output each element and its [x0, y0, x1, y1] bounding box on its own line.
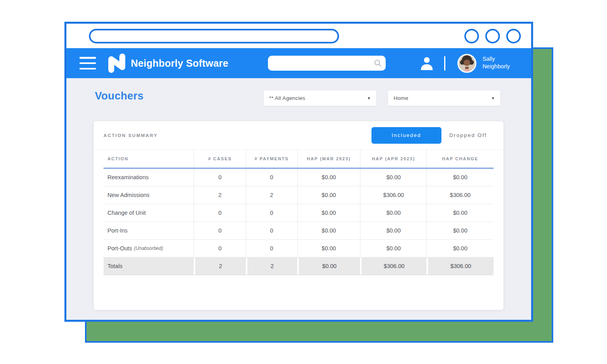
app-header: Neighborly Software [66, 48, 531, 78]
value-cell: $0.00 [360, 222, 426, 239]
user-icon[interactable] [419, 56, 434, 71]
value-cell: 2 [246, 186, 297, 204]
card-header: ACTION SUMMARY Inclueded Dropped Off [94, 121, 503, 150]
value-cell: 0 [194, 240, 246, 257]
tab-dropped-off[interactable]: Dropped Off [449, 132, 487, 138]
window-button-icon[interactable] [464, 29, 479, 43]
table-row: Change of Unit 0 0 $0.00 $0.00 $0.00 [104, 204, 494, 222]
col-hap-mar: HAP (MAR 2023) [297, 150, 360, 168]
header-search[interactable] [268, 56, 386, 71]
window-button-icon[interactable] [485, 29, 500, 43]
browser-window: Neighborly Software [64, 22, 533, 322]
brand-name: Neighborly Software [131, 58, 228, 69]
value-cell: $306.00 [426, 186, 494, 204]
value-cell: $0.00 [426, 222, 494, 239]
page-content: Vouchers ** All Agencies ▼ Home ▼ ACTION… [66, 78, 531, 320]
totals-cell: 2 [194, 257, 246, 275]
action-summary-card: ACTION SUMMARY Inclueded Dropped Off ACT… [94, 121, 503, 310]
header-divider [444, 56, 445, 71]
value-cell: $0.00 [297, 186, 360, 204]
chevron-down-icon: ▼ [367, 96, 371, 100]
value-cell: $0.00 [297, 204, 360, 221]
card-title: ACTION SUMMARY [104, 133, 158, 138]
header-search-input[interactable] [268, 56, 374, 71]
value-cell: 0 [246, 169, 297, 186]
value-cell: $0.00 [297, 240, 360, 257]
value-cell: $0.00 [426, 204, 494, 221]
value-cell: $0.00 [360, 204, 426, 221]
window-buttons [464, 29, 521, 43]
table-header-row: ACTION # CASES # PAYMENTS HAP (MAR 2023)… [104, 150, 494, 169]
col-hap-change: HAP CHANGE [426, 150, 494, 168]
action-cell: Reexaminations [104, 169, 194, 186]
value-cell: $0.00 [426, 240, 494, 257]
nav-dropdown[interactable]: Home ▼ [388, 90, 500, 106]
avatar[interactable] [457, 54, 477, 73]
value-cell: 0 [194, 169, 246, 186]
chevron-down-icon: ▼ [491, 96, 495, 100]
value-cell: $0.00 [360, 169, 426, 186]
tabs: Inclueded Dropped Off [371, 127, 496, 144]
totals-cell: $306.00 [360, 257, 426, 275]
value-cell: $0.00 [297, 169, 360, 186]
value-cell: $0.00 [297, 222, 360, 239]
value-cell: 0 [246, 240, 297, 257]
search-icon [374, 59, 382, 67]
neighborly-logo-icon [107, 53, 126, 73]
table-row: New Admissions 2 2 $0.00 $306.00 $306.00 [104, 186, 494, 204]
value-cell: 0 [246, 204, 297, 221]
value-cell: 0 [246, 222, 297, 239]
table-row: Reexaminations 0 0 $0.00 $0.00 $0.00 [104, 169, 494, 186]
action-summary-table: ACTION # CASES # PAYMENTS HAP (MAR 2023)… [104, 150, 494, 275]
action-cell: New Admissions [104, 186, 194, 204]
hamburger-menu-icon[interactable] [79, 57, 96, 69]
action-cell: Port-Ins [104, 222, 194, 239]
totals-label: Totals [104, 257, 194, 275]
table-row: Port-Ins 0 0 $0.00 $0.00 $0.00 [104, 222, 494, 240]
value-cell: $0.00 [360, 240, 426, 257]
nav-dropdown-value: Home [394, 95, 491, 101]
value-cell: 0 [194, 204, 246, 221]
value-cell: $306.00 [360, 186, 426, 204]
action-cell: Change of Unit [104, 204, 194, 221]
page-background: Neighborly Software [0, 0, 607, 364]
col-cases: # CASES [194, 150, 246, 168]
agency-filter-dropdown[interactable]: ** All Agencies ▼ [264, 90, 376, 106]
value-cell: 0 [194, 222, 246, 239]
url-bar[interactable] [89, 29, 339, 43]
action-cell: Port-Outs (Unabsorbed) [104, 240, 194, 257]
tab-included[interactable]: Inclueded [371, 127, 441, 144]
browser-chrome [66, 24, 531, 48]
totals-cell: $0.00 [297, 257, 360, 275]
window-button-icon[interactable] [506, 29, 521, 43]
brand[interactable]: Neighborly Software [107, 53, 228, 73]
user-name[interactable]: Sally Neighborly [483, 55, 510, 70]
totals-cell: 2 [246, 257, 297, 275]
table-row: Port-Outs (Unabsorbed) 0 0 $0.00 $0.00 $… [104, 240, 494, 257]
col-hap-apr: HAP (APR 2023) [360, 150, 426, 168]
col-action: ACTION [104, 150, 194, 168]
totals-cell: $306.00 [426, 257, 494, 275]
page-title: Vouchers [95, 90, 143, 102]
agency-filter-value: ** All Agencies [269, 95, 367, 101]
totals-row: Totals 2 2 $0.00 $306.00 $306.00 [104, 257, 494, 275]
col-payments: # PAYMENTS [246, 150, 297, 168]
value-cell: $0.00 [426, 169, 494, 186]
value-cell: 2 [194, 186, 246, 204]
action-note: (Unabsorbed) [134, 246, 163, 251]
